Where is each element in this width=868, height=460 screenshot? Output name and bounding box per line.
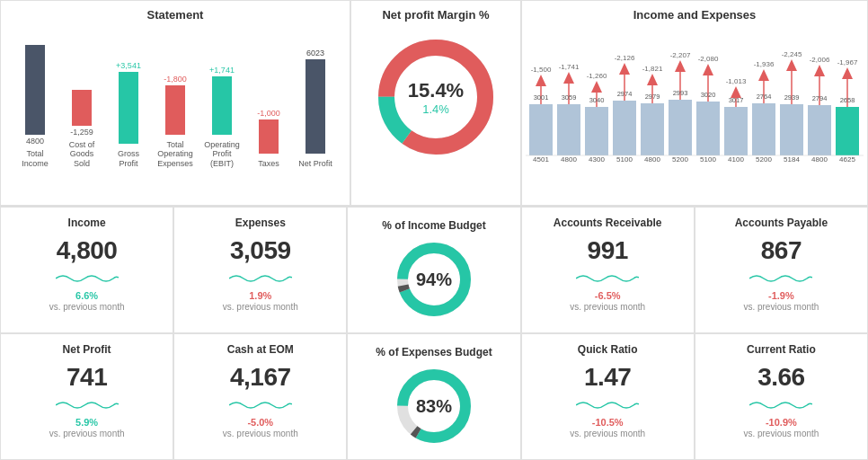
ar-wave <box>576 270 639 287</box>
ie-bar-pos-1 <box>529 104 553 155</box>
metric-cr-vs: vs. previous month <box>743 429 819 438</box>
metric-current-ratio: Current Ratio 3.66 -10.9% vs. previous m… <box>695 333 868 460</box>
metric-ap-title: Accounts Payable <box>735 217 828 229</box>
income-budget-pct: 94% <box>416 269 452 289</box>
metric-income-title: Income <box>68 217 106 229</box>
ie-arrow-7 <box>703 64 713 75</box>
metric-cash-change: -5.0% <box>247 417 273 428</box>
ie-bar-pos-9 <box>752 103 775 155</box>
qr-wave <box>576 397 639 413</box>
bar-label-top-4: -1,800 <box>164 75 187 84</box>
ie-bottom-label-7: 5100 <box>700 155 716 164</box>
ie-bottom-label-11: 4800 <box>811 155 828 164</box>
metrics-row-2: Net Profit 741 5.9% vs. previous month C… <box>0 333 868 460</box>
bar-gross-profit: +3,541 Gross Profit <box>111 61 146 169</box>
metric-ap-change: -1.9% <box>768 290 794 301</box>
dashboard: Statement 4800 Total Income - <box>0 0 868 460</box>
ie-bottom-label-2: 4800 <box>561 155 577 164</box>
bar-cogs: -1,259 Cost of Goods Sold <box>64 88 100 169</box>
ie-bottom-label-8: 4100 <box>728 155 744 164</box>
metric-cash-eom-title: Cash at EOM <box>227 343 294 356</box>
npm-sub-pct: 1.4% <box>408 102 464 116</box>
metric-ar: Accounts Receivable 991 -6.5% vs. previo… <box>521 207 695 333</box>
ie-neg-label-8: -1,013 <box>726 77 747 85</box>
income-wave <box>56 270 119 287</box>
metric-expenses-budget: % of Expenses Budget 83% <box>347 333 520 460</box>
np-wave <box>56 397 119 413</box>
metric-income-value: 4,800 <box>57 236 118 265</box>
metric-current-ratio-value: 3.66 <box>757 363 805 392</box>
ie-bar-pos-7 <box>696 102 720 155</box>
ie-neg-label-12: -1,967 <box>837 58 858 66</box>
npm-panel: Net profit Margin % 15.4% 1.4% <box>350 0 521 206</box>
bar-bottom-3: Gross Profit <box>111 149 146 169</box>
ie-neg-label-6: -2,207 <box>670 51 691 59</box>
metric-net-profit: Net Profit 741 5.9% vs. previous month <box>0 333 173 460</box>
ie-bottom-label-3: 4300 <box>589 155 605 164</box>
ie-bar-pos-12 <box>836 107 859 155</box>
ie-pos-label-5: 2979 <box>645 93 660 101</box>
top-row: Statement 4800 Total Income - <box>0 0 868 207</box>
metric-ar-change: -6.5% <box>595 290 621 301</box>
ie-bottom-label-6: 5200 <box>672 155 688 164</box>
bar-net-profit: 6023 Net Profit <box>297 49 333 169</box>
expenses-budget-donut: 83% <box>394 366 474 447</box>
bar-bottom-4: Total Operating Expenses <box>157 140 193 169</box>
bar-label-top-6: -1,000 <box>257 109 280 118</box>
ie-pos-label-2: 3059 <box>562 93 577 102</box>
ie-bar-pos-10 <box>780 104 803 155</box>
bar-4 <box>165 85 185 135</box>
metric-expenses-title: Expenses <box>235 217 286 229</box>
metric-expenses-value: 3,059 <box>230 236 291 265</box>
ie-neg-label-3: -1,260 <box>587 72 607 80</box>
metric-expenses-budget-title: % of Expenses Budget <box>376 346 492 358</box>
ie-arrow-9 <box>758 69 769 81</box>
ie-title: Income and Expenses <box>526 8 864 22</box>
bar-val-1: 4800 <box>26 137 44 146</box>
ie-neg-label-5: -1,821 <box>642 65 663 73</box>
ie-neg-label-10: -2,245 <box>782 50 802 58</box>
ie-pos-label-10: 2939 <box>784 93 800 102</box>
ie-pos-label-7: 3020 <box>701 91 716 99</box>
ie-bar-pos-2 <box>557 104 580 155</box>
bar-opex: -1,800 Total Operating Expenses <box>157 75 193 169</box>
ie-arrow-3b <box>591 81 602 93</box>
metric-cash-eom-value: 4,167 <box>230 363 291 392</box>
metric-income-budget: % of Income Budget 94% <box>347 207 520 333</box>
ie-neg-label-7: -2,080 <box>698 55 719 63</box>
metric-expenses-vs: vs. previous month <box>223 302 298 312</box>
bar-2 <box>72 90 92 126</box>
ie-neg-label-1: -1,500 <box>531 66 552 74</box>
ie-bottom-label-12: 4625 <box>839 155 855 164</box>
metric-qr-vs: vs. previous month <box>570 429 645 438</box>
ie-pos-label-9: 2764 <box>757 93 772 101</box>
metric-ar-title: Accounts Receivable <box>554 217 662 229</box>
ie-bar-pos-8 <box>724 107 748 155</box>
metric-current-ratio-title: Current Ratio <box>747 343 816 356</box>
ie-bar-pos-3 <box>585 107 608 155</box>
metric-ap-value: 867 <box>761 236 802 265</box>
ie-arrow-5 <box>647 74 658 85</box>
statement-chart: 4800 Total Income -1,259 Cost of Goods S… <box>8 25 342 169</box>
ie-svg: -1,500 4501 3001 -1,741 4800 3059 -1,26 <box>526 25 864 191</box>
bar-3 <box>119 72 138 144</box>
expenses-wave <box>229 270 292 287</box>
bar-bottom-1: Total Income <box>17 149 53 169</box>
ie-bar-pos-11 <box>808 105 831 155</box>
ie-pos-label-8: 3017 <box>729 96 744 104</box>
ap-wave <box>749 270 812 287</box>
bar-5 <box>212 76 232 135</box>
npm-main-pct: 15.4% <box>408 79 464 102</box>
ie-pos-label-12: 2658 <box>840 96 855 104</box>
bar-bottom-5: Operating Profit (EBIT) <box>204 140 240 169</box>
cr-wave <box>749 397 812 413</box>
bar-label-top-7: 6023 <box>306 49 324 58</box>
metric-income: Income 4,800 6.6% vs. previous month <box>0 207 173 333</box>
metric-quick-ratio-title: Quick Ratio <box>578 343 638 356</box>
ie-arrow-4 <box>619 63 630 75</box>
ie-neg-label-11: -2,006 <box>810 56 830 64</box>
statement-title: Statement <box>8 8 342 22</box>
ie-pos-label-1: 3001 <box>534 93 549 102</box>
bar-bottom-7: Net Profit <box>298 159 332 169</box>
bar-val-2: -1,259 <box>70 128 93 137</box>
